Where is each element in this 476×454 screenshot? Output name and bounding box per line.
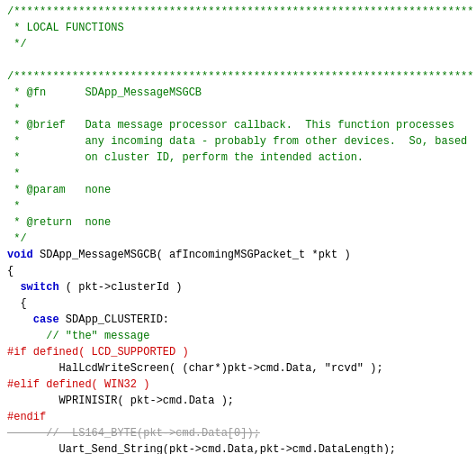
code-line: *	[7, 166, 469, 182]
code-line: {	[7, 295, 469, 312]
code-line: void SDApp_MessageMSGCB( afIncomingMSGPa…	[7, 247, 469, 263]
code-line: *	[7, 101, 469, 117]
code-line: */	[7, 36, 469, 52]
code-line: // LS164_BYTE(pkt->cmd.Data[0]);	[7, 425, 469, 441]
code-line: * @brief Data message processor callback…	[7, 117, 469, 133]
code-line: * @return none	[7, 214, 469, 231]
code-line: #endif	[7, 409, 469, 425]
code-line: // "the" message	[7, 328, 469, 344]
code-line: #if defined( LCD_SUPPORTED )	[7, 344, 469, 360]
code-line: * @fn SDApp_MessageMSGCB	[7, 85, 469, 101]
code-line: case SDApp_CLUSTERID:	[7, 312, 469, 328]
code-line: * on cluster ID, perform the intended ac…	[7, 150, 469, 166]
code-line: HalLcdWriteScreen( (char*)pkt->cmd.Data,…	[7, 360, 469, 377]
code-line: /***************************************…	[7, 4, 469, 20]
code-line: #elif defined( WIN32 )	[7, 377, 469, 393]
code-line: * LOCAL FUNCTIONS	[7, 20, 469, 36]
code-line: {	[7, 263, 469, 279]
code-line: */	[7, 231, 469, 247]
code-line: WPRINISIR( pkt->cmd.Data );	[7, 393, 469, 409]
code-editor: /***************************************…	[0, 0, 476, 454]
code-line: /***************************************…	[7, 68, 469, 85]
code-line: * @param none	[7, 182, 469, 198]
code-line	[7, 52, 469, 68]
code-line: Uart_Send_String(pkt->cmd.Data,pkt->cmd.…	[7, 441, 469, 454]
code-line: *	[7, 198, 469, 214]
code-line: switch ( pkt->clusterId )	[7, 279, 469, 295]
code-line: * any incoming data - probably from othe…	[7, 133, 469, 150]
